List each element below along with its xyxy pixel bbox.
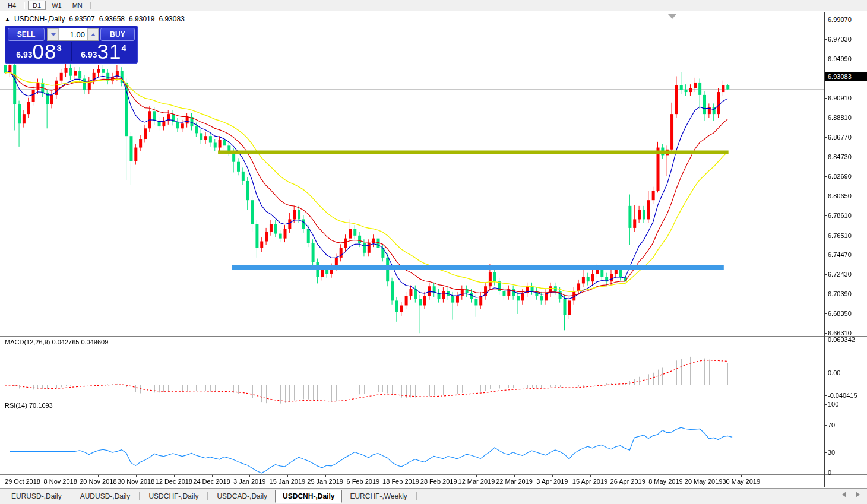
chart-tab-usdchf[interactable]: USDCHF-,Daily [141,490,206,502]
date-axis-tick [136,475,137,477]
price-axis-label: 6.86770 [828,134,852,141]
price-axis-label: 6.80650 [828,192,852,199]
rsi-axis-label: 30 [828,449,835,456]
price-axis-tick [824,20,827,20]
chart-symbol-label: USDCNH-,Daily [14,15,65,23]
tab-separator [416,492,417,500]
date-axis-label: 30 May 2019 [722,478,760,485]
price-axis-tick [824,157,827,157]
date-axis-label: 3 Apr 2019 [536,478,568,485]
price-axis-tick [824,313,827,314]
chart-tab-eurchf[interactable]: EURCHF-,Weekly [342,490,414,502]
date-axis-tick [628,475,628,477]
tab-separator [139,492,140,500]
volume-input[interactable] [59,28,87,40]
rsi-axis-label: 0 [828,469,831,476]
rsi-axis-tick [824,425,827,426]
sell-price-prefix: 6.93 [16,48,32,61]
tab-scroll-left-icon[interactable] [842,492,846,497]
price-axis-tick [824,236,827,236]
date-axis-label: 8 May 2019 [648,478,682,485]
price-axis-label: 6.78610 [828,212,852,219]
date-axis-tick [212,475,213,477]
ohlc-open: 6.93507 [69,15,94,23]
tab-scroll-buttons [842,492,860,497]
price-axis-label: 6.88810 [828,114,852,121]
date-axis-label: 20 May 2019 [685,478,723,485]
buy-button[interactable]: BUY [100,28,135,41]
timeframe-button-h4[interactable]: H4 [3,1,21,10]
date-axis-tick [476,475,477,477]
toolbar-separator [90,2,91,9]
date-axis-tick [174,475,175,477]
chart-tab-audusd[interactable]: AUDUSD-,Daily [72,490,138,502]
sell-price-pip-digit: 3 [56,43,61,52]
sell-price-quote[interactable]: 6.93 08 3 [8,42,70,62]
price-axis-label: 6.70390 [828,290,852,297]
date-axis-label: 6 Feb 2019 [346,478,379,485]
price-axis-label: 6.72430 [828,271,852,278]
rsi-axis-label: 100 [828,401,838,408]
date-axis-tick [98,475,99,477]
timeframe-button-d1[interactable]: D1 [28,1,46,10]
date-axis-tick [552,475,553,477]
macd-axis-label: -0.040415 [828,392,857,399]
date-axis-label: 3 Jan 2019 [233,478,265,485]
timeframe-button-w1[interactable]: W1 [47,1,67,10]
buy-price-quote[interactable]: 6.93 31 4 [72,42,135,62]
macd-axis-label: 0.00 [828,369,840,376]
date-axis-tick [439,475,439,477]
tab-scroll-right-icon[interactable] [856,492,860,497]
macd-pane-canvas[interactable] [0,350,824,412]
macd-axis-label: 0.060342 [828,336,855,343]
volume-stepper [47,28,99,41]
sell-price-big-digits: 08 [32,42,56,61]
price-axis-label: 6.84730 [828,153,852,160]
date-axis-tick [514,475,515,477]
date-axis-label: 8 Nov 2018 [44,478,77,485]
price-axis-tick [824,255,827,255]
price-axis-tick [824,59,827,59]
rsi-axis-tick [824,404,827,405]
triangle-down-icon [51,33,56,36]
buy-price-pip-digit: 4 [121,43,126,52]
date-axis-separator [0,474,867,475]
date-axis-label: 30 Nov 2018 [118,478,154,485]
one-click-trade-panel: SELL BUY 6.93 08 3 6.93 31 4 [5,26,138,64]
volume-decrease-button[interactable] [48,28,59,40]
timeframe-button-mn[interactable]: MN [68,1,87,10]
price-axis-tick [824,137,827,138]
buy-price-prefix: 6.93 [81,48,97,61]
date-axis-tick [249,475,250,477]
chart-tab-bar: EURUSD-,DailyAUDUSD-,DailyUSDCHF-,DailyU… [0,488,867,504]
sell-button[interactable]: SELL [8,28,45,41]
date-axis-tick [590,475,591,477]
price-axis-label: 6.82690 [828,173,852,180]
date-axis-label: 25 Jan 2019 [307,478,343,485]
chart-window [0,12,867,487]
volume-increase-button[interactable] [87,28,99,40]
tab-separator [71,492,71,500]
rsi-pane-canvas[interactable] [0,413,824,487]
date-axis-label: 12 Dec 2018 [156,478,192,485]
date-axis-label: 15 Apr 2019 [572,478,607,485]
collapse-chart-icon[interactable]: ▲ [5,16,10,22]
macd-axis-tick [824,395,827,396]
chart-tab-eurusd[interactable]: EURUSD-,Daily [4,490,69,502]
price-axis-label: 6.90910 [828,94,852,102]
date-axis-tick [704,475,704,477]
ohlc-low: 6.93019 [129,15,154,23]
chart-shift-marker-icon[interactable] [668,14,676,19]
price-chart-canvas[interactable] [0,24,824,348]
pane-splitter-rsi[interactable] [0,400,867,400]
date-axis-tick [666,475,666,477]
triangle-up-icon [91,33,96,36]
chart-tab-usdcnh[interactable]: USDCNH-,Daily [275,490,342,503]
date-axis-tick [325,475,326,477]
pane-splitter-macd[interactable] [0,336,867,337]
chart-tab-usdcad[interactable]: USDCAD-,Daily [209,490,275,502]
rsi-indicator-label: RSI(14) 70.1093 [5,402,53,409]
price-axis-tick [824,118,827,118]
price-axis-label: 6.97030 [828,36,852,43]
date-axis-label: 15 Jan 2019 [270,478,306,485]
